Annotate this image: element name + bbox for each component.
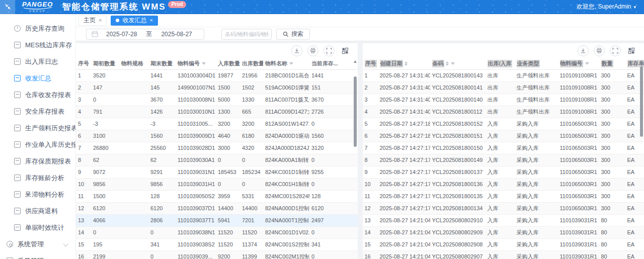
sidebar-item-呆滞物料分析[interactable]: 呆滞物料分析 — [0, 186, 75, 203]
start-date[interactable]: 2025-07-28 — [106, 31, 137, 38]
sort-icon[interactable] — [446, 61, 449, 66]
sidebar-item-供应商退料[interactable]: 供应商退料 — [0, 203, 75, 219]
table-row[interactable]: 726880255601101039028D130004320824JA000D… — [76, 142, 358, 154]
sidebar-item-出入库日志[interactable]: 出入库日志 — [0, 53, 75, 70]
table-row[interactable]: 72025-08-27 14:27:17YCL2025081800150入库采购… — [363, 142, 644, 154]
table-row[interactable]: 62025-08-27 14:27:18YCL2025081800151入库采购… — [363, 130, 644, 142]
sidebar-item-单据时效统计[interactable]: 单据时效统计 — [0, 219, 75, 236]
search-input[interactable] — [221, 29, 272, 40]
table-row[interactable]: 132025-08-27 14:21:04YCL2025080802910入库采… — [363, 214, 644, 226]
print-button[interactable] — [594, 45, 605, 56]
column-header[interactable]: 创建日期 — [378, 58, 430, 69]
table-row[interactable]: 14001101039038N11152011520824NC001D1V02.… — [76, 226, 358, 238]
sort-icon[interactable] — [405, 61, 408, 66]
table-row[interactable]: 1115001281101039050S239595331824MC001S28… — [76, 190, 358, 202]
end-date[interactable]: 2025-08-27 — [161, 31, 192, 38]
table-row[interactable]: 5-3-31101031005...32003200812AS001W1427.… — [76, 118, 358, 130]
table-row[interactable]: 152025-08-27 14:21:04YCL2025080802908入库采… — [363, 238, 644, 250]
close-icon[interactable]: × — [99, 18, 102, 23]
column-header[interactable]: 物料编号 — [176, 58, 216, 69]
fullscreen-button[interactable] — [610, 45, 621, 56]
sidebar-item-系统管理[interactable]: 系统管理 — [0, 236, 75, 252]
table-row[interactable]: 162025-08-27 14:21:04YCL2025080802907入库采… — [363, 250, 644, 259]
filter-icon[interactable] — [585, 62, 589, 65]
column-header[interactable]: 当前库存... — [309, 58, 338, 69]
sidebar-item-库存账龄分析[interactable]: 库存账龄分析 — [0, 169, 75, 186]
column-header[interactable]: 序号 — [76, 58, 91, 69]
table-row[interactable]: 1352014411301003004D11987721956218BC001D… — [76, 69, 358, 81]
sidebar-item-安全库存报表[interactable]: 安全库存报表 — [0, 103, 75, 120]
table-row[interactable]: 151953411101039038S21152011374824NC001S2… — [76, 238, 358, 250]
table-row[interactable]: 479114261101030010N11300665811AC009D1427… — [76, 106, 358, 118]
table-row[interactable]: 12612061201101039037D11440014400824NA000… — [76, 202, 358, 214]
filter-icon[interactable] — [451, 62, 455, 65]
table-row[interactable]: 862621101039030A100824KA000A1制转...0 — [76, 154, 358, 166]
date-range-picker[interactable]: 2025-07-28 至 2025-08-27 — [86, 29, 204, 40]
table-row[interactable]: 92025-08-27 14:27:17YCL2025081800137入库采购… — [363, 166, 644, 178]
search-button[interactable]: 搜索 — [276, 29, 310, 40]
vertical-scrollbar[interactable] — [639, 59, 643, 259]
sidebar-item-历史库存查询[interactable]: 历史库存查询 — [0, 20, 75, 37]
fullscreen-button[interactable] — [324, 45, 335, 56]
download-button[interactable] — [578, 45, 589, 56]
table-row[interactable]: 16219901101039039...920011399824NC002M1控… — [76, 250, 358, 259]
print-button[interactable] — [307, 45, 318, 56]
table-row[interactable]: 6310015601101039009D146406180824DA000D1驱… — [76, 130, 358, 142]
table-cell — [119, 178, 148, 190]
column-header[interactable]: 物料名称 — [263, 58, 309, 69]
filter-icon[interactable] — [202, 62, 206, 65]
table-row[interactable]: 52025-08-27 14:27:18YCL2025081800152入库采购… — [363, 118, 644, 130]
sidebar-item-质量管理[interactable]: 质量管理 — [0, 252, 75, 259]
sidebar-item-生产领料历史报表[interactable]: 生产领料历史报表 — [0, 120, 75, 136]
user-menu[interactable]: 欢迎您, SuperAdmin ▾ — [577, 3, 636, 11]
scroll-up-icon[interactable] — [354, 60, 357, 63]
column-header[interactable]: 出库/入库 — [486, 58, 515, 69]
table-row[interactable]: 102025-08-27 14:27:17YCL2025081800136入库采… — [363, 178, 644, 190]
column-header[interactable]: 期末数量 — [148, 58, 176, 69]
tab-home[interactable]: 主页 × — [78, 16, 107, 26]
column-header[interactable]: 出库数量 — [240, 58, 263, 69]
column-settings-button[interactable] — [626, 45, 637, 56]
column-header[interactable]: 业务类型 — [515, 58, 558, 69]
scrollbar-thumb[interactable] — [354, 76, 357, 147]
close-icon[interactable]: × — [149, 18, 152, 23]
table-row[interactable]: 21471451499001007N115001502519AC006D1弹簧1… — [76, 81, 358, 94]
download-button[interactable] — [291, 45, 302, 56]
table-row[interactable]: 122025-08-27 14:27:17YCL2025081800134入库采… — [363, 202, 644, 214]
filter-icon[interactable] — [514, 62, 515, 65]
sidebar-item-作业单入库历史报表[interactable]: 作业单入库历史报表 — [0, 136, 75, 153]
table-row[interactable]: 42025-08-27 14:31:40YCL2025081800112出库生产… — [363, 106, 644, 118]
sidebar-item-收发汇总[interactable]: 收发汇总 — [0, 70, 75, 87]
table-row[interactable]: 10985698561101039031H100824KC001H1制转...0 — [76, 178, 358, 190]
tab-send-receive-summary[interactable]: 收发汇总 × — [111, 16, 157, 26]
table-row[interactable]: 13406628061101039037T159417201824NA000T1… — [76, 214, 358, 226]
column-header[interactable]: 条码 — [430, 58, 486, 69]
table-row[interactable]: 9907292911101039031N1185453185234824KC00… — [76, 166, 358, 178]
column-header[interactable]: 物料编号 — [558, 58, 599, 69]
sidebar-item-仓库收发存报表[interactable]: 仓库收发存报表 — [0, 87, 75, 103]
column-header[interactable]: 期初数量 — [91, 58, 119, 69]
filter-icon[interactable] — [289, 62, 293, 65]
column-settings-button[interactable] — [340, 45, 351, 56]
table-cell: 1101030010N1 — [176, 106, 216, 118]
table-row[interactable]: 3036701101030008N150001330811AC007D1拨叉垫3… — [76, 94, 358, 106]
column-header[interactable]: 数量 — [599, 58, 625, 69]
column-header[interactable]: 入库数量 — [216, 58, 240, 69]
table-row[interactable]: 32025-08-27 14:31:40YCL2025081800140出库生产… — [363, 94, 644, 106]
sidebar-collapse-button[interactable] — [0, 0, 15, 14]
column-header[interactable]: 物料规格 — [119, 58, 148, 69]
vertical-scrollbar[interactable] — [353, 59, 357, 259]
scrollbar-thumb[interactable] — [640, 66, 643, 137]
table-row[interactable]: 142025-08-27 14:21:04YCL2025080802909入库采… — [363, 226, 644, 238]
scroll-up-icon[interactable] — [640, 60, 643, 63]
sidebar-item-MES线边库库存[interactable]: MES线边库库存 — [0, 37, 75, 53]
table-row[interactable]: 12025-08-27 14:31:40YCL2025081800143出库生产… — [363, 69, 644, 81]
table-row[interactable]: 82025-08-27 14:27:17YCL2025081800149入库采购… — [363, 154, 644, 166]
table-row[interactable]: 22025-08-27 14:31:40YCL2025081800141出库生产… — [363, 81, 644, 94]
sidebar-item-库存保质期报表[interactable]: 库存保质期报表 — [0, 153, 75, 169]
table-cell: 采购入库 — [515, 166, 558, 178]
column-header-label: 序号 — [78, 60, 89, 67]
table-row[interactable]: 112025-08-27 14:27:17YCL2025081800135入库采… — [363, 190, 644, 202]
shelf-life-report-icon — [14, 158, 21, 164]
column-header[interactable]: 序号 — [363, 58, 378, 69]
